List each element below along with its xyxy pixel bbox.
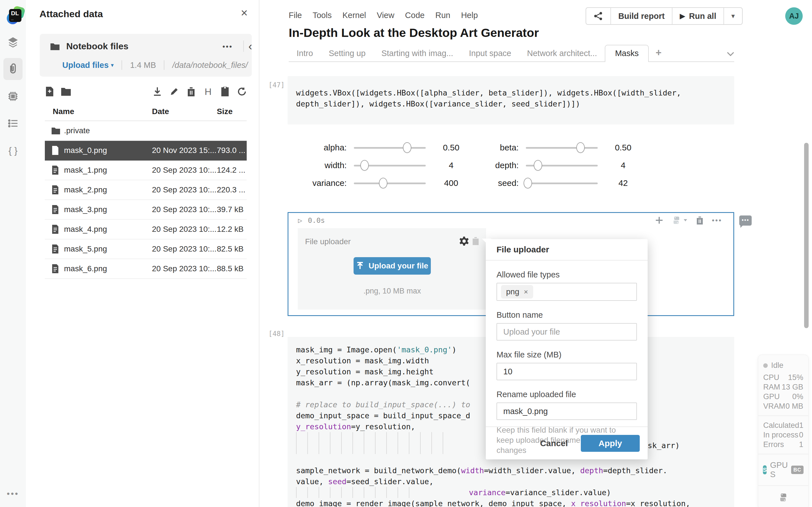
menu-view[interactable]: View — [377, 11, 394, 20]
file-icon — [52, 166, 64, 175]
download-icon[interactable] — [153, 87, 162, 96]
run-all-button[interactable]: ▶ Run all — [672, 8, 723, 24]
file-row-mask_0.png[interactable]: mask_0.png20 Nov 2023 15:...793.0 ... — [45, 141, 247, 161]
popup-pointer — [482, 238, 491, 247]
tabs-chevron-down-icon[interactable] — [726, 51, 735, 57]
rename-file-input[interactable] — [497, 402, 637, 420]
apply-button[interactable]: Apply — [581, 435, 640, 452]
file-row-mask_2.png[interactable]: mask_2.png20 Sep 2023 10:...220.3 ... — [45, 180, 247, 200]
layers-icon[interactable] — [4, 34, 21, 51]
menu-help[interactable]: Help — [461, 11, 478, 20]
new-folder-icon[interactable] — [61, 87, 71, 96]
save-icon[interactable] — [220, 87, 230, 96]
close-icon[interactable]: × — [241, 6, 248, 20]
share-button[interactable] — [586, 8, 610, 24]
slider-seed: seed:42 — [469, 174, 642, 192]
slider-track[interactable] — [354, 142, 426, 153]
menu-run[interactable]: Run — [435, 11, 450, 20]
upload-files-button[interactable]: Upload files — [62, 61, 109, 70]
column-size[interactable]: Size — [217, 107, 233, 116]
delete-icon[interactable] — [186, 87, 196, 96]
status-label: Idle — [771, 361, 783, 370]
chevron-down-icon[interactable]: ▾ — [111, 62, 114, 68]
file-row-private[interactable]: .private — [45, 121, 247, 141]
machine-row[interactable]: S GPU S BC — [763, 459, 803, 481]
environment-icon[interactable] — [4, 88, 21, 105]
tab-setting-up[interactable]: Setting up — [321, 45, 373, 61]
rename-icon[interactable] — [169, 87, 179, 96]
delete-cell-icon[interactable] — [696, 216, 703, 224]
file-row-mask_5.png[interactable]: mask_5.png20 Sep 2023 10:...82.5 kB — [45, 239, 247, 259]
file-toolbar: H — [45, 87, 247, 99]
file-size: 88.5 kB — [217, 264, 247, 273]
cell-language-button[interactable] — [672, 216, 688, 225]
column-name[interactable]: Name — [53, 107, 74, 116]
slider-thumb[interactable] — [360, 160, 369, 171]
file-row-mask_3.png[interactable]: mask_3.png20 Sep 2023 10:...39.7 kB — [45, 200, 247, 220]
tab-intro[interactable]: Intro — [289, 45, 321, 61]
slider-thumb[interactable] — [576, 142, 585, 153]
file-row-mask_1.png[interactable]: mask_1.png20 Sep 2023 10:...124.2 ... — [45, 161, 247, 180]
python-icon — [778, 493, 788, 502]
attached-data-icon[interactable] — [3, 58, 22, 80]
build-report-button[interactable]: Build report — [610, 8, 672, 24]
code-cell-47[interactable]: widgets.VBox([widgets.HBox([alpha_slider… — [288, 76, 734, 124]
add-tab-button[interactable]: + — [649, 45, 668, 61]
datalore-logo[interactable]: DL_ — [7, 7, 24, 24]
tab-input-space[interactable]: Input space — [461, 45, 519, 61]
menu-code[interactable]: Code — [405, 11, 424, 20]
widget-settings-gear-icon[interactable] — [459, 236, 469, 246]
slider-track[interactable] — [354, 178, 426, 188]
scrollbar-thumb[interactable] — [804, 143, 809, 328]
allowed-file-types-field[interactable]: png × — [497, 283, 637, 301]
remove-chip-icon[interactable]: × — [524, 288, 528, 296]
column-date[interactable]: Date — [152, 107, 169, 116]
file-uploader-widget: File uploader Upload your file .png, 10 … — [298, 228, 486, 309]
comment-icon[interactable]: ••• — [739, 216, 752, 226]
notebook-title[interactable]: In-Depth Look at the Desktop Art Generat… — [289, 26, 539, 40]
file-row-mask_6.png[interactable]: mask_6.png20 Sep 2023 10:...88.5 kB — [45, 259, 247, 279]
tab-network-architect-[interactable]: Network architect... — [519, 45, 605, 61]
new-file-icon[interactable] — [45, 87, 54, 96]
slider-track[interactable] — [526, 142, 598, 153]
slider-track[interactable] — [354, 160, 426, 171]
slider-thumb[interactable] — [403, 142, 411, 153]
file-row-mask_4.png[interactable]: mask_4.png20 Sep 2023 10:...12.2 kB — [45, 220, 247, 239]
slider-thumb[interactable] — [379, 178, 388, 188]
avatar[interactable]: AJ — [785, 7, 803, 25]
slider-track[interactable] — [526, 178, 598, 188]
max-file-size-input[interactable] — [497, 363, 637, 380]
slider-thumb[interactable] — [534, 160, 542, 171]
cell-more-icon[interactable]: ••• — [712, 216, 722, 225]
refresh-icon[interactable] — [237, 87, 247, 96]
button-name-input[interactable] — [497, 323, 637, 341]
upload-your-file-button[interactable]: Upload your file — [354, 257, 431, 275]
button-name-label: Button name — [497, 311, 637, 320]
run-options-button[interactable]: ▾ — [723, 8, 742, 24]
widget-delete-icon[interactable] — [472, 237, 479, 245]
menu-tools[interactable]: Tools — [313, 11, 332, 20]
file-name: mask_5.png — [64, 244, 152, 253]
file-type-chip[interactable]: png × — [501, 285, 533, 298]
rail-more-icon[interactable]: ••• — [7, 489, 19, 499]
collapse-icon[interactable]: ‹ — [248, 40, 252, 53]
slider-track[interactable] — [526, 160, 598, 171]
menu-kernel[interactable]: Kernel — [342, 11, 366, 20]
add-cell-icon[interactable] — [655, 216, 663, 224]
slider-beta: beta:0.50 — [469, 138, 642, 156]
tab-starting-with-imag-[interactable]: Starting with imag... — [373, 45, 461, 61]
cancel-button[interactable]: Cancel — [540, 439, 568, 448]
file-date: 20 Nov 2023 15:... — [152, 146, 217, 155]
menu-file[interactable]: File — [289, 11, 302, 20]
variables-icon[interactable]: { } — [4, 142, 21, 159]
card-more-icon[interactable]: ••• — [222, 42, 233, 51]
hidden-files-icon[interactable]: H — [203, 87, 213, 96]
tab-masks[interactable]: Masks — [605, 45, 649, 62]
code-line: widgets.VBox([widgets.HBox([alpha_slider… — [296, 87, 726, 98]
slider-value: 4 — [433, 161, 469, 170]
upload-button-label: Upload your file — [368, 262, 428, 270]
kernel-python-row[interactable] — [763, 490, 803, 504]
run-cell-icon[interactable]: ▷ — [298, 216, 302, 224]
slider-thumb[interactable] — [523, 178, 532, 188]
table-of-contents-icon[interactable] — [4, 115, 21, 132]
